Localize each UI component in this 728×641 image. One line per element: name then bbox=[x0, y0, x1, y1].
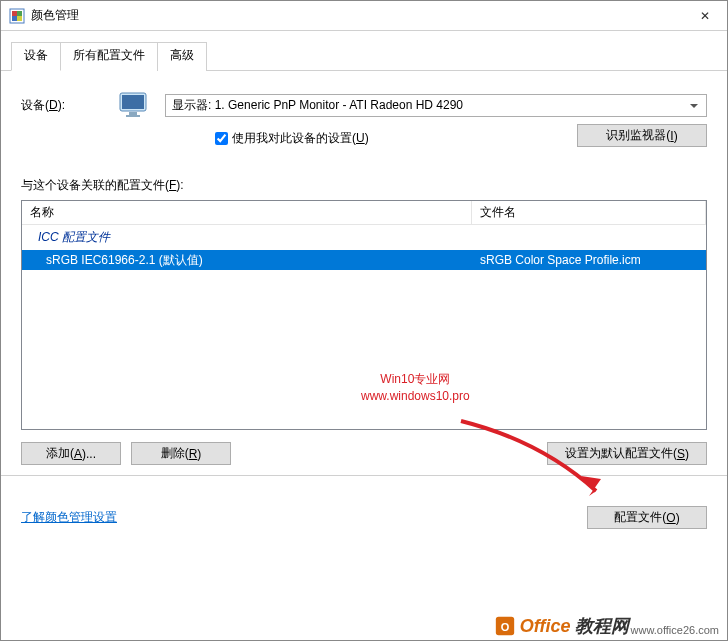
list-group-icc: ICC 配置文件 bbox=[22, 225, 706, 250]
svg-rect-7 bbox=[129, 112, 137, 115]
list-cell-name: sRGB IEC61966-2.1 (默认值) bbox=[22, 252, 472, 269]
learn-link[interactable]: 了解颜色管理设置 bbox=[21, 509, 117, 526]
list-header-name[interactable]: 名称 bbox=[22, 201, 472, 224]
titlebar: 颜色管理 ✕ bbox=[1, 1, 727, 31]
app-icon bbox=[9, 8, 25, 24]
device-label: 设备(D): bbox=[21, 97, 65, 114]
list-header: 名称 文件名 bbox=[22, 201, 706, 225]
list-header-file[interactable]: 文件名 bbox=[472, 201, 706, 224]
profiles-button[interactable]: 配置文件(O) bbox=[587, 506, 707, 529]
use-settings-label: 使用我对此设备的设置(U) bbox=[232, 130, 369, 147]
profiles-list[interactable]: 名称 文件名 ICC 配置文件 sRGB IEC61966-2.1 (默认值) … bbox=[21, 200, 707, 430]
divider bbox=[1, 475, 727, 476]
device-row: 设备(D): 显示器: 1. Generic PnP Monitor - ATI… bbox=[21, 89, 707, 121]
set-default-button[interactable]: 设置为默认配置文件(S) bbox=[547, 442, 707, 465]
list-row-srgb[interactable]: sRGB IEC61966-2.1 (默认值) sRGB Color Space… bbox=[22, 250, 706, 270]
tab-advanced[interactable]: 高级 bbox=[157, 42, 207, 71]
content-panel: 设备(D): 显示器: 1. Generic PnP Monitor - ATI… bbox=[1, 71, 727, 539]
svg-text:O: O bbox=[501, 621, 510, 633]
svg-rect-8 bbox=[126, 115, 140, 117]
svg-rect-6 bbox=[122, 95, 144, 109]
device-select-value: 显示器: 1. Generic PnP Monitor - ATI Radeon… bbox=[172, 97, 463, 114]
list-cell-file: sRGB Color Space Profile.icm bbox=[472, 253, 706, 267]
close-button[interactable]: ✕ bbox=[682, 2, 727, 30]
window-title: 颜色管理 bbox=[31, 7, 682, 24]
link-row: 了解颜色管理设置 配置文件(O) bbox=[21, 506, 707, 529]
svg-rect-10 bbox=[496, 617, 514, 635]
associated-profiles-label: 与这个设备关联的配置文件(F): bbox=[21, 177, 707, 194]
svg-rect-3 bbox=[12, 16, 17, 21]
bottom-buttons: 添加(A)... 删除(R) 设置为默认配置文件(S) bbox=[21, 442, 707, 465]
close-icon: ✕ bbox=[700, 9, 710, 23]
tab-all-profiles[interactable]: 所有配置文件 bbox=[60, 42, 158, 71]
tab-bar: 设备 所有配置文件 高级 bbox=[1, 31, 727, 71]
tab-device[interactable]: 设备 bbox=[11, 42, 61, 71]
svg-rect-2 bbox=[17, 11, 22, 16]
device-select[interactable]: 显示器: 1. Generic PnP Monitor - ATI Radeon… bbox=[165, 94, 707, 117]
use-settings-checkbox[interactable] bbox=[215, 132, 228, 145]
svg-rect-1 bbox=[12, 11, 17, 16]
add-button[interactable]: 添加(A)... bbox=[21, 442, 121, 465]
identify-monitor-button[interactable]: 识别监视器(I) bbox=[577, 124, 707, 147]
office-icon: O bbox=[494, 615, 516, 637]
svg-rect-4 bbox=[17, 16, 22, 21]
remove-button[interactable]: 删除(R) bbox=[131, 442, 231, 465]
footer-watermark: O Office教程网 www.office26.com bbox=[494, 614, 719, 638]
monitor-icon bbox=[117, 89, 149, 121]
